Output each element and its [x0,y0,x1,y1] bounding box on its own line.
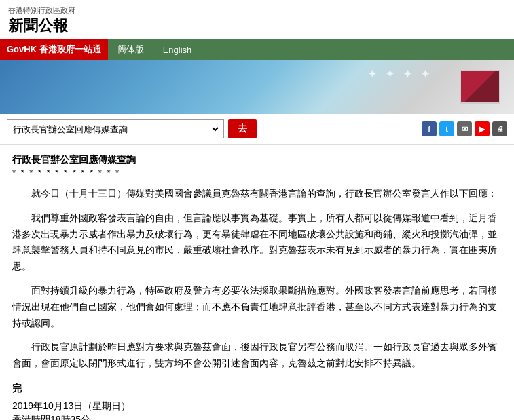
twitter-icon[interactable]: t [439,121,454,136]
banner-stars: ✦ ✦ ✦ ✦ [367,66,433,81]
govhk-link[interactable]: GovHK 香港政府一站通 [0,39,108,60]
youtube-icon[interactable]: ▶ [475,121,490,136]
social-icons-group: f t ✉ ▶ 🖨 [422,121,507,136]
paragraph-3: 面對持續升級的暴力行為，特區政府及警方有必要依法採取果斷措施應對。外國政客發表言… [12,283,502,331]
article-end: 完 [12,383,502,395]
page-title: 新聞公報 [8,16,506,36]
paragraph-2: 我們尊重外國政客發表言論的自由，但言論應以事實為基礎。事實上，所有人都可以從傳媒… [12,210,502,275]
print-icon[interactable]: 🖨 [492,121,507,136]
paragraph-1: 就今日（十月十三日）傳媒對美國國會參議員克魯茲有關香港言論的查詢，行政長官辦公室… [12,186,502,202]
department-dropdown-wrap[interactable]: 行政長官辦公室回應傳媒查詢 [7,119,224,138]
mail-icon[interactable]: ✉ [457,121,472,136]
logo-graphic [460,70,500,104]
department-dropdown[interactable]: 行政長官辦公室回應傳媒查詢 [10,123,221,135]
english-link[interactable]: English [153,45,202,55]
nav-bar: GovHK 香港政府一站通 簡体版 English [0,39,514,60]
facebook-icon[interactable]: f [422,121,437,136]
paragraph-4: 行政長官原計劃於昨日應對方要求與克魯茲會面，後因行政長官另有公務而取消。一如行政… [12,339,502,372]
gov-label: 香港特別行政區政府 [8,5,506,16]
go-button[interactable]: 去 [228,119,257,138]
stars-divider: * * * * * * * * * * * * * [12,168,502,178]
toolbar: 行政長官辦公室回應傳媒查詢 去 f t ✉ ▶ 🖨 [0,114,514,145]
article-content: 行政長官辦公室回應傳媒查詢 * * * * * * * * * * * * * … [0,145,514,420]
article-date: 2019年10月13日（星期日） [12,400,502,413]
simplified-link[interactable]: 簡体版 [108,43,153,56]
article-title: 行政長官辦公室回應傳媒查詢 [12,154,502,166]
banner: ✦ ✦ ✦ ✦ [0,60,514,114]
banner-logo [453,66,507,107]
article-time: 香港時間18時35分 [12,414,502,420]
page-header: 香港特別行政區政府 新聞公報 [0,0,514,39]
